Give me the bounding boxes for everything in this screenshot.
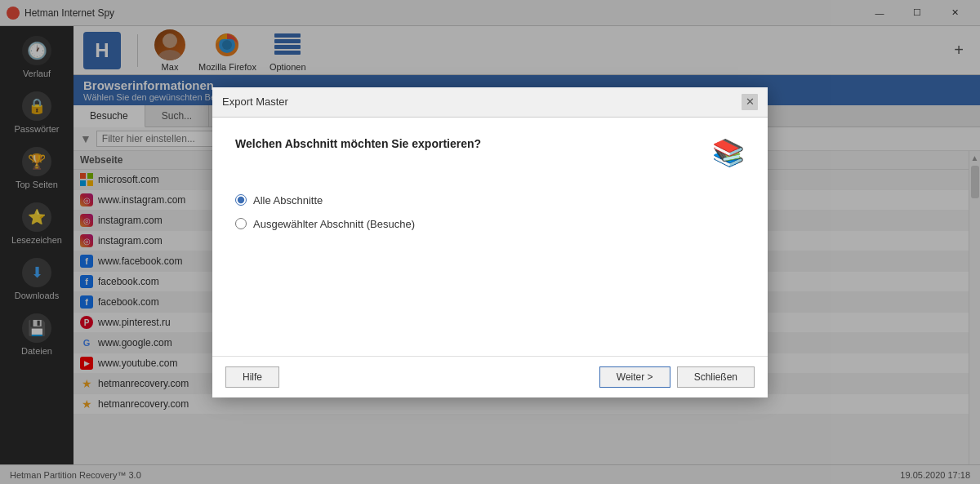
books-icon: 📚 <box>712 137 745 168</box>
modal-close-button[interactable]: ✕ <box>742 94 758 110</box>
modal-titlebar: Export Master ✕ <box>212 87 768 118</box>
radio-selected-label: Ausgewählter Abschnitt (Besuche) <box>253 218 415 230</box>
modal-footer-right: Weiter > Schließen <box>599 366 755 388</box>
modal-footer: Hilfe Weiter > Schließen <box>212 356 768 397</box>
modal-body: Welchen Abschnitt möchten Sie exportiere… <box>212 118 768 356</box>
next-button[interactable]: Weiter > <box>599 366 670 388</box>
radio-option-all[interactable]: Alle Abschnitte <box>235 194 745 206</box>
radio-all-label: Alle Abschnitte <box>253 194 323 206</box>
close-modal-button[interactable]: Schließen <box>677 366 755 388</box>
modal-question: Welchen Abschnitt möchten Sie exportiere… <box>235 137 745 168</box>
modal-question-text: Welchen Abschnitt möchten Sie exportiere… <box>235 137 481 150</box>
modal-overlay: Export Master ✕ Welchen Abschnitt möchte… <box>0 0 980 484</box>
radio-selected[interactable] <box>235 218 247 229</box>
modal-title: Export Master <box>222 95 288 108</box>
modal-options: Alle Abschnitte Ausgewählter Abschnitt (… <box>235 194 745 230</box>
help-button[interactable]: Hilfe <box>225 366 279 388</box>
radio-all[interactable] <box>235 194 247 206</box>
radio-option-selected[interactable]: Ausgewählter Abschnitt (Besuche) <box>235 218 745 230</box>
export-modal: Export Master ✕ Welchen Abschnitt möchte… <box>212 87 768 397</box>
